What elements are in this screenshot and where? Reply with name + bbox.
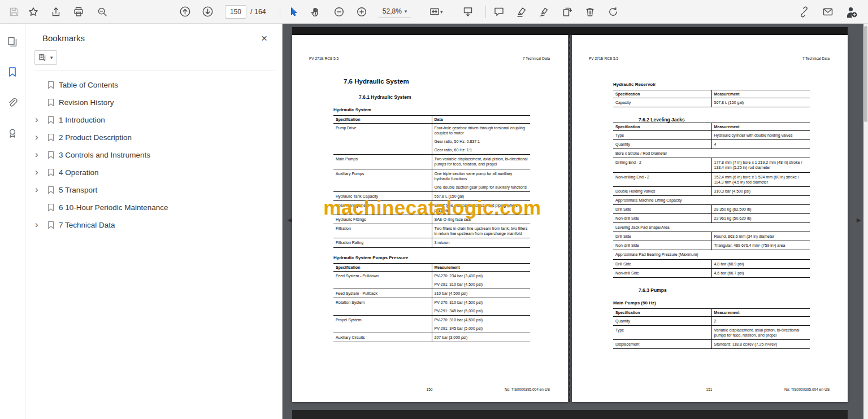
bookmark-item[interactable]: ›4 Operation: [25, 164, 282, 181]
table-header-row: SpecificationMeasurement: [613, 308, 810, 316]
bookmark-icon: [47, 203, 55, 212]
bookmark-item[interactable]: Revision History: [25, 94, 282, 111]
page-divider: [569, 35, 570, 402]
bookmark-options-button[interactable]: ▾: [34, 50, 57, 65]
share-link-button[interactable]: [795, 3, 814, 21]
bookmark-item[interactable]: ›2 Product Description: [25, 129, 282, 146]
chevron-down-icon: ▾: [50, 55, 53, 60]
table-row: Double Holding Valves310,3 bar (4,500 ps…: [613, 186, 810, 195]
profile-button[interactable]: [842, 3, 861, 21]
column-header: Measurement: [711, 308, 810, 316]
bookmark-label: 3 Controls and Instruments: [59, 151, 150, 159]
table-row: Pump DriveFour-hole gearbox driven throu…: [333, 124, 530, 155]
page-content: Hydraulic ReservoirSpecificationMeasurem…: [613, 75, 810, 351]
bookmark-item[interactable]: ›3 Controls and Instruments: [25, 146, 282, 164]
table-row: Non-drill Side4,6 bar (66.7 psi): [613, 268, 810, 277]
fit-page-button[interactable]: [458, 3, 478, 21]
bookmark-icon: [47, 98, 55, 107]
panel-title: Bookmarks: [42, 33, 85, 43]
doc-number: No: TIS0000395.004 en-US: [784, 387, 830, 391]
bookmark-options-icon: [38, 53, 47, 62]
expand-chevron-icon[interactable]: ›: [35, 132, 47, 143]
save-button[interactable]: [5, 3, 24, 21]
column-header: Specification: [333, 263, 432, 271]
zoom-level-dropdown[interactable]: 52,8%▾: [378, 5, 411, 18]
page-header: PV-271E RCS 5.5 7 Technical Data: [309, 56, 550, 60]
bookmark-icon: [47, 81, 55, 89]
fit-width-button[interactable]: ▾: [423, 3, 448, 21]
section-title: 7.6 Hydraulic System: [344, 78, 530, 85]
zoom-value: 52,8%: [383, 7, 402, 15]
table-heading: Hydraulic System: [333, 107, 530, 112]
hand-tool-button[interactable]: [306, 3, 326, 21]
bookmark-list: Table of ContentsRevision History›1 Intr…: [25, 71, 282, 234]
bookmark-label: 7 Technical Data: [59, 221, 115, 229]
table-row: Auxiliary PumpsOne triple section vane p…: [333, 169, 530, 191]
table-heading: Hydraulic System Pumps Pressure: [333, 255, 530, 260]
page-total-label: / 164: [250, 8, 266, 16]
table-row: Non-drilling End - 2152,4 mm (6 in) bore…: [613, 172, 810, 186]
table-row: Non-drill Side22 961 kg (50,620 lb): [613, 214, 810, 223]
table-header-row: SpecificationMeasurement: [613, 123, 810, 131]
table-row: TypeVariable displacement, axial piston,…: [613, 325, 810, 339]
bookmark-label: 1 Introduction: [59, 116, 105, 124]
next-page-button[interactable]: [198, 3, 217, 21]
table-header-row: SpecificationMeasurement: [333, 263, 530, 271]
table-row: Drill Side28 350 kg (62,500 lb): [613, 204, 810, 213]
spec-table: SpecificationMeasurementQuantity2TypeVar…: [613, 308, 810, 349]
table-row: Main PumpsTwo variable displacement, axi…: [333, 155, 530, 169]
organize-pages-button[interactable]: [557, 3, 576, 21]
bookmark-label: 6 10-Hour Periodic Maintenance: [59, 203, 168, 212]
table-heading: Main Pumps (50 Hz): [613, 300, 810, 305]
expand-chevron-icon[interactable]: ›: [35, 167, 47, 178]
previous-page-button[interactable]: [175, 3, 194, 21]
column-header: Measurement: [711, 123, 810, 131]
expand-chevron-icon[interactable]: ›: [35, 115, 47, 126]
expand-chevron-icon[interactable]: ›: [35, 185, 47, 196]
table-row: Feed System - PulldownPV-270: 234 bar (3…: [333, 271, 530, 289]
table-row: FiltrationTwo filters in drain line upst…: [333, 224, 530, 238]
vertical-scrollbar[interactable]: [863, 24, 868, 419]
zoom-out-button[interactable]: [329, 3, 349, 21]
chevron-down-icon: ▾: [440, 9, 443, 15]
page-footer: 150 No: TIS0000395.004 en-US: [309, 387, 550, 393]
signatures-icon[interactable]: [3, 124, 22, 142]
bookmark-icon: [47, 133, 55, 142]
comment-button[interactable]: [489, 3, 509, 21]
print-button[interactable]: [69, 3, 88, 21]
table-header-row: SpecificationMeasurement: [613, 90, 810, 98]
table-row: Non-drill SideTriangular, 489 676,4 mm² …: [613, 241, 810, 250]
bookmark-item[interactable]: 6 10-Hour Periodic Maintenance: [25, 199, 282, 216]
zoom-in-button[interactable]: [352, 3, 371, 21]
ink-signature-button[interactable]: [535, 3, 554, 21]
document-viewport[interactable]: PV-271E RCS 5.5 7 Technical Data 7.6 Hyd…: [283, 24, 863, 419]
table-row: Feed System - Pullback310 bar (4,500 psi…: [333, 289, 530, 298]
page-number-input[interactable]: 150: [225, 5, 246, 19]
close-panel-button[interactable]: ×: [261, 33, 267, 43]
column-header: Specification: [613, 90, 711, 98]
expand-chevron-icon[interactable]: ›: [35, 150, 47, 161]
find-button[interactable]: [93, 3, 112, 21]
email-button[interactable]: [818, 3, 837, 21]
bookmarks-icon[interactable]: [3, 63, 22, 81]
delete-button[interactable]: [580, 3, 600, 21]
scrollbar-thumb[interactable]: [864, 26, 867, 122]
table-row: Filtration Rating3 micron: [333, 238, 530, 247]
highlighter-button[interactable]: [512, 3, 531, 21]
table-span-row: Approximate Machine Lifting Capacity: [613, 195, 810, 204]
bookmark-item[interactable]: ›1 Introduction: [25, 111, 282, 129]
share-button[interactable]: [46, 3, 66, 21]
favorite-star-button[interactable]: [24, 3, 43, 21]
expand-chevron-icon[interactable]: ›: [35, 220, 47, 231]
next-spread-arrow[interactable]: ►: [855, 216, 862, 224]
bookmark-item[interactable]: ›5 Transport: [25, 181, 282, 199]
prev-spread-arrow[interactable]: ◄: [286, 216, 293, 224]
column-header: Specification: [613, 123, 711, 131]
spread-top-strip: [292, 27, 848, 35]
page-thumbnails-icon[interactable]: [3, 33, 22, 51]
bookmark-item[interactable]: ›7 Technical Data: [25, 216, 282, 234]
refresh-button[interactable]: [604, 3, 623, 21]
attachments-icon[interactable]: [3, 94, 22, 112]
bookmark-item[interactable]: Table of Contents: [25, 76, 282, 94]
select-tool-button[interactable]: [284, 3, 303, 21]
